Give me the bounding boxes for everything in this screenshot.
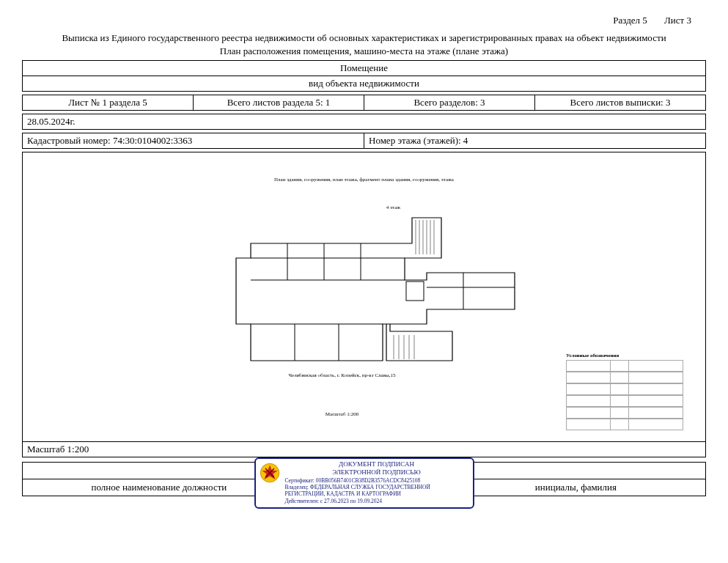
emblem-icon bbox=[259, 462, 281, 484]
sheet-of-section: Лист № 1 раздела 5 bbox=[23, 95, 194, 111]
legend-row bbox=[566, 360, 683, 372]
total-sheets-section: Всего листов раздела 5: 1 bbox=[194, 95, 364, 111]
legend-row bbox=[566, 383, 683, 395]
scale-row: Масштаб 1:200 bbox=[23, 442, 706, 457]
footer: полное наименование должности инициалы, … bbox=[22, 462, 706, 496]
document-title-2: План расположения помещения, машино-мест… bbox=[22, 45, 706, 57]
sheet-label: Лист 3 bbox=[664, 15, 691, 26]
total-sections: Всего разделов: 3 bbox=[364, 95, 535, 111]
legend-title: Условные обозначения bbox=[566, 353, 683, 358]
cadastral-number: Кадастровый номер: 74:30:0104002:3363 bbox=[23, 133, 364, 149]
document-date: 28.05.2024г. bbox=[23, 114, 706, 130]
floor-number: Номер этажа (этажей): 4 bbox=[364, 133, 706, 149]
plan-legend: Условные обозначения bbox=[566, 353, 683, 430]
legend-row bbox=[566, 419, 683, 430]
legend-row bbox=[566, 372, 683, 383]
meta-row: Лист № 1 раздела 5 Всего листов раздела … bbox=[22, 95, 706, 111]
document-title-1: Выписка из Единого государственного реес… bbox=[22, 32, 706, 44]
stamp-line2: ЭЛЕКТРОННОЙ ПОДПИСЬЮ bbox=[285, 468, 468, 476]
object-type-table: Помещение вид объекта недвижимости bbox=[22, 60, 706, 92]
digital-signature-stamp: ДОКУМЕНТ ПОДПИСАН ЭЛЕКТРОННОЙ ПОДПИСЬЮ С… bbox=[254, 457, 474, 509]
plan-table: План здания, сооружения, план этажа, фра… bbox=[22, 152, 706, 457]
object-type: Помещение bbox=[23, 61, 706, 76]
date-row: 28.05.2024г. bbox=[22, 114, 706, 130]
stamp-valid: Действителен: с 27.06.2023 по 19.09.2024 bbox=[285, 498, 468, 504]
legend-row bbox=[566, 395, 683, 407]
legend-row bbox=[566, 407, 683, 419]
section-label: Раздел 5 bbox=[613, 15, 647, 26]
page-header-right: Раздел 5 Лист 3 bbox=[22, 15, 706, 26]
floor-plan-drawing bbox=[207, 214, 522, 368]
initials-label: инициалы, фамилия bbox=[446, 479, 705, 496]
floor-plan-cell: План здания, сооружения, план этажа, фра… bbox=[23, 152, 706, 442]
object-subtype: вид объекта недвижимости bbox=[23, 76, 706, 92]
plan-floor-label: 4 этаж bbox=[86, 205, 701, 210]
total-sheets-extract: Всего листов выписки: 3 bbox=[535, 95, 706, 111]
stamp-owner: Владелец: ФЕДЕРАЛЬНАЯ СЛУЖБА ГОСУДАРСТВЕ… bbox=[285, 484, 468, 498]
svg-rect-10 bbox=[406, 282, 424, 301]
plan-caption: План здания, сооружения, план этажа, фра… bbox=[27, 177, 701, 183]
stamp-cert: Сертификат: 00BB056B7401CB38D2B3576ACDC8… bbox=[285, 477, 468, 484]
cadastral-row: Кадастровый номер: 74:30:0104002:3363 Но… bbox=[22, 133, 706, 149]
stamp-line1: ДОКУМЕНТ ПОДПИСАН bbox=[285, 460, 468, 468]
